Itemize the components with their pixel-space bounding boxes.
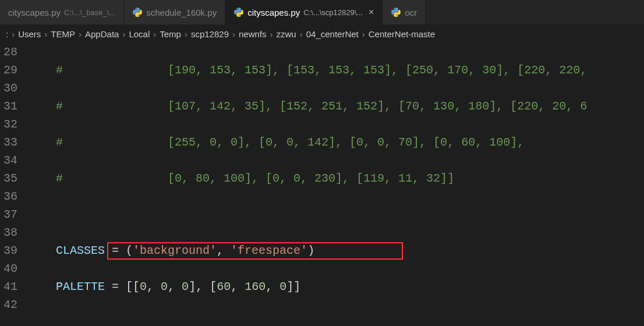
code-line[interactable]: # [0, 80, 100], [0, 0, 230], [119, 11, 3…	[28, 169, 644, 187]
close-icon[interactable]: ×	[369, 7, 374, 17]
code-line[interactable]	[28, 205, 644, 224]
chevron-right-icon: ›	[79, 29, 82, 39]
line-number: 31	[0, 97, 17, 115]
code-area[interactable]: # [190, 153, 153], [153, 153, 153], [250…	[28, 43, 644, 326]
crumb[interactable]: scp12829	[191, 29, 229, 39]
line-number: 33	[0, 133, 17, 151]
line-number: 39	[0, 242, 17, 260]
crumb[interactable]: CenterNet-maste	[369, 29, 435, 39]
tab-detail: C:\...\_base_\...	[64, 8, 115, 17]
chevron-right-icon: ›	[153, 29, 156, 39]
crumb[interactable]: AppData	[85, 29, 119, 39]
chevron-right-icon: ›	[232, 29, 235, 39]
chevron-right-icon: ›	[122, 29, 125, 39]
chevron-right-icon: ›	[362, 29, 365, 39]
line-number: 36	[0, 187, 17, 205]
line-number: 38	[0, 224, 17, 242]
line-number: 32	[0, 115, 17, 133]
crumb[interactable]: zzwu	[277, 29, 296, 39]
code-line[interactable]: # [190, 153, 153], [153, 153, 153], [250…	[28, 61, 644, 79]
chevron-right-icon: ›	[300, 29, 303, 39]
editor-tabs: cityscapes.py C:\...\_base_\... schedule…	[0, 0, 644, 24]
line-number: 42	[0, 296, 17, 314]
python-icon	[132, 7, 143, 17]
tab-cityscapes-scp[interactable]: cityscapes.py C:\...\scp12829\... ×	[225, 0, 383, 24]
tab-detail: C:\...\scp12829\...	[303, 8, 363, 17]
line-number: 34	[0, 151, 17, 169]
chevron-right-icon: ›	[12, 29, 15, 39]
editor[interactable]: 28 29 30 31 32 33 34 35 36 37 38 39 40 4…	[0, 43, 644, 326]
crumb[interactable]: TEMP	[51, 29, 75, 39]
file-label: cityscapes.py	[8, 8, 61, 17]
file-label: cityscapes.py	[247, 8, 300, 17]
line-number: 29	[0, 61, 17, 79]
tab-schedule-160k[interactable]: schedule_160k.py	[124, 0, 225, 24]
chevron-right-icon: ›	[185, 29, 187, 39]
python-icon	[391, 7, 401, 17]
crumb[interactable]: Temp	[160, 29, 181, 39]
chevron-right-icon: ›	[270, 29, 273, 39]
code-line[interactable]: PALETTE = [[0, 0, 0], [60, 160, 0]]	[28, 278, 644, 296]
line-number: 41	[0, 278, 17, 296]
breadcrumb[interactable]: :› Users› TEMP› AppData› Local› Temp› sc…	[0, 24, 644, 43]
crumb[interactable]: :	[6, 29, 8, 39]
line-number: 28	[0, 43, 17, 61]
file-label: schedule_160k.py	[146, 8, 217, 17]
code-line[interactable]: # [107, 142, 35], [152, 251, 152], [70, …	[28, 97, 644, 115]
line-number: 30	[0, 79, 17, 97]
crumb[interactable]: 04_centerNet	[306, 29, 359, 39]
code-line[interactable]: CLASSES = ('background', 'freespace')	[28, 242, 644, 260]
tab-ocr[interactable]: ocr	[383, 0, 426, 24]
line-number: 35	[0, 169, 17, 187]
code-line[interactable]: # [255, 0, 0], [0, 0, 142], [0, 0, 70], …	[28, 133, 644, 151]
crumb[interactable]: Local	[129, 29, 150, 39]
crumb[interactable]: Users	[18, 29, 41, 39]
crumb[interactable]: newnfs	[239, 29, 267, 39]
code-line[interactable]	[28, 314, 644, 326]
line-number-gutter: 28 29 30 31 32 33 34 35 36 37 38 39 40 4…	[0, 43, 28, 326]
line-number: 40	[0, 260, 17, 278]
file-label: ocr	[405, 8, 417, 17]
python-icon	[233, 7, 244, 17]
line-number: 37	[0, 205, 17, 224]
tab-cityscapes-base[interactable]: cityscapes.py C:\...\_base_\...	[0, 0, 124, 24]
chevron-right-icon: ›	[44, 29, 47, 39]
